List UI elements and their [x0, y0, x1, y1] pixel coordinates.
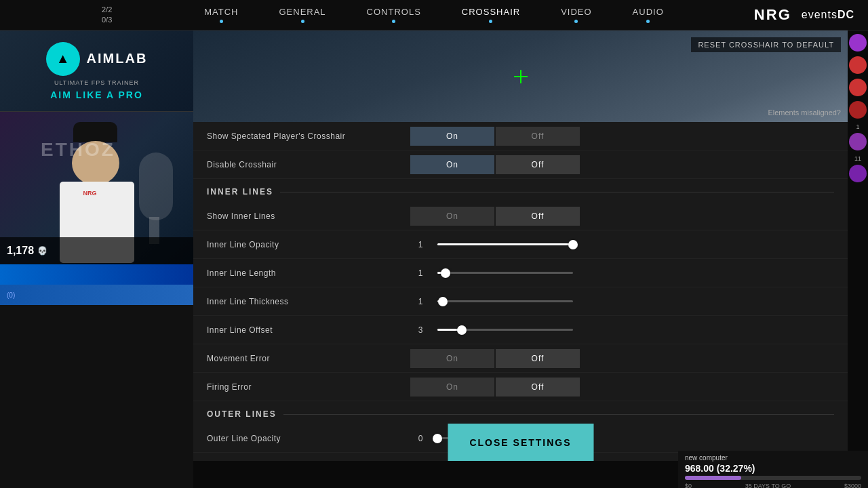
blue-section: (0)	[0, 264, 193, 305]
nav-logos: NRG eventsDC	[754, 6, 854, 24]
goal-progress-bar	[685, 476, 861, 480]
setting-inner-opacity: Inner Line Opacity 1	[193, 230, 848, 259]
goal-days: 35 DAYS TO GO	[745, 483, 791, 488]
nav-dot-match	[220, 20, 223, 23]
setting-disable-crosshair: Disable Crosshair On Off	[193, 150, 848, 179]
nrg-logo: NRG	[754, 6, 791, 24]
nav-video[interactable]: VIDEO	[561, 7, 591, 23]
toggle-movement-error: On Off	[410, 349, 580, 368]
setting-label-inner-length: Inner Line Length	[207, 268, 410, 278]
elements-misaligned-link[interactable]: Elements misaligned?	[768, 108, 841, 117]
nav-crosshair[interactable]: CROSSHAIR	[462, 7, 520, 23]
toggle-disable-off[interactable]: Off	[496, 155, 580, 174]
settings-content: Show Spectated Player's Crosshair On Off…	[193, 122, 848, 461]
inner-thickness-value: 1	[410, 297, 431, 306]
player-number-2: 11	[854, 155, 861, 162]
setting-firing-error: Firing Error On Off	[193, 373, 848, 401]
player-avatar-4	[849, 101, 867, 119]
inner-length-slider-container	[431, 272, 834, 274]
inner-opacity-thumb[interactable]	[568, 240, 578, 249]
goal-target: $3000	[844, 483, 861, 488]
setting-label-spectated: Show Spectated Player's Crosshair	[207, 131, 410, 141]
right-sidebar: 1 11	[848, 30, 868, 464]
inner-lines-header: INNER LINES	[193, 179, 848, 202]
player-avatar-2	[849, 56, 867, 74]
inner-length-track[interactable]	[437, 272, 573, 274]
aimlab-icon: ▲	[46, 42, 80, 76]
setting-label-disable: Disable Crosshair	[207, 160, 410, 169]
inner-thickness-slider-container	[431, 300, 834, 302]
toggle-movement-error-on[interactable]: On	[410, 349, 494, 368]
setting-inner-length: Inner Line Length 1	[193, 259, 848, 287]
inner-offset-slider-container	[431, 329, 834, 331]
toggle-disable: On Off	[410, 155, 580, 174]
outer-opacity-value: 0	[410, 434, 431, 443]
nav-general[interactable]: GENERAL	[279, 7, 326, 23]
player-avatar-3	[849, 79, 867, 96]
streamer-score: 1,178	[7, 245, 34, 257]
outer-lines-header: OUTER LINES	[193, 401, 848, 424]
nav-controls[interactable]: CONTROLS	[367, 7, 421, 23]
player-avatar-5	[849, 133, 867, 150]
setting-show-spectated-crosshair: Show Spectated Player's Crosshair On Off	[193, 122, 848, 150]
top-navigation: 2/2 0/3 MATCH GENERAL CONTROLS CROSSHAIR…	[0, 0, 868, 30]
inner-offset-track[interactable]	[437, 329, 573, 331]
close-settings-button[interactable]: CLOSE SETTINGS	[448, 424, 593, 461]
player-avatar-6	[849, 165, 867, 182]
player-avatar-1	[849, 34, 867, 52]
score-overlay: 1,178 💀	[0, 237, 193, 264]
nav-match[interactable]: MATCH	[204, 7, 238, 23]
setting-label-movement-error: Movement Error	[207, 354, 410, 363]
aimlab-logo: ▲ AIMLAB	[46, 42, 148, 76]
inner-opacity-fill	[437, 243, 573, 245]
goal-progress-labels: $0 35 DAYS TO GO $3000	[678, 482, 868, 488]
setting-inner-offset: Inner Line Offset 3	[193, 316, 848, 344]
settings-panel: RESET CROSSHAIR TO DEFAULT Elements misa…	[193, 30, 848, 461]
inner-thickness-track[interactable]	[437, 300, 573, 302]
inner-thickness-thumb[interactable]	[438, 297, 448, 306]
toggle-show-inner: On Off	[410, 207, 580, 226]
outer-lines-title: OUTER LINES	[207, 409, 277, 419]
setting-label-inner-thickness: Inner Line Thickness	[207, 297, 410, 306]
aimlab-tagline: AIM LIKE A PRO	[50, 89, 143, 100]
outer-lines-divider	[283, 414, 834, 415]
setting-label-firing-error: Firing Error	[207, 382, 410, 392]
crosshair-preview: RESET CROSSHAIR TO DEFAULT Elements misa…	[193, 30, 848, 122]
aimlab-subtitle: ULTIMATE FPS TRAINER	[54, 79, 139, 86]
toggle-firing-error: On Off	[410, 378, 580, 396]
streamer-name-watermark: ethoz	[41, 139, 115, 161]
setting-label-inner-opacity: Inner Line Opacity	[207, 240, 410, 249]
toggle-show-inner-on[interactable]: On	[410, 207, 494, 226]
toggle-disable-on[interactable]: On	[410, 155, 494, 174]
inner-opacity-track[interactable]	[437, 243, 573, 245]
inner-lines-divider	[280, 192, 834, 192]
left-panel: ▲ AIMLAB ULTIMATE FPS TRAINER AIM LIKE A…	[0, 30, 193, 488]
events-dc-logo: eventsDC	[802, 9, 854, 21]
setting-label-outer-opacity: Outer Line Opacity	[207, 434, 410, 443]
toggle-spectated-off[interactable]: Off	[496, 127, 580, 146]
inner-opacity-slider-container	[431, 243, 834, 245]
toggle-firing-error-off[interactable]: Off	[496, 378, 580, 396]
aimlab-banner[interactable]: ▲ AIMLAB ULTIMATE FPS TRAINER AIM LIKE A…	[0, 30, 193, 112]
toggle-firing-error-on[interactable]: On	[410, 378, 494, 396]
reset-crosshair-button[interactable]: RESET CROSSHAIR TO DEFAULT	[691, 37, 841, 52]
toggle-spectated-on[interactable]: On	[410, 127, 494, 146]
goal-saved: $0	[685, 483, 692, 488]
setting-label-show-inner: Show Inner Lines	[207, 211, 410, 221]
outer-opacity-thumb[interactable]	[433, 434, 442, 443]
streamer-cam: NRG ethoz 1,178 💀	[0, 112, 193, 264]
setting-show-inner-lines: Show Inner Lines On Off	[193, 202, 848, 230]
setting-movement-error: Movement Error On Off	[193, 344, 848, 373]
setting-inner-thickness: Inner Line Thickness 1	[193, 287, 848, 316]
nav-dot-video	[574, 20, 578, 23]
nav-dot-controls	[392, 20, 395, 23]
toggle-movement-error-off[interactable]: Off	[496, 349, 580, 368]
inner-offset-thumb[interactable]	[457, 325, 467, 335]
player-number-1: 1	[856, 123, 859, 130]
toggle-show-inner-off[interactable]: Off	[496, 207, 580, 226]
streamer-score-icon: 💀	[37, 246, 47, 256]
nav-audio[interactable]: AUDIO	[633, 7, 664, 23]
inner-length-thumb[interactable]	[441, 268, 450, 278]
goal-progress-fill	[685, 476, 741, 480]
bottom-right-stats: new computer 968.00 (32.27%) $0 35 DAYS …	[678, 451, 868, 488]
